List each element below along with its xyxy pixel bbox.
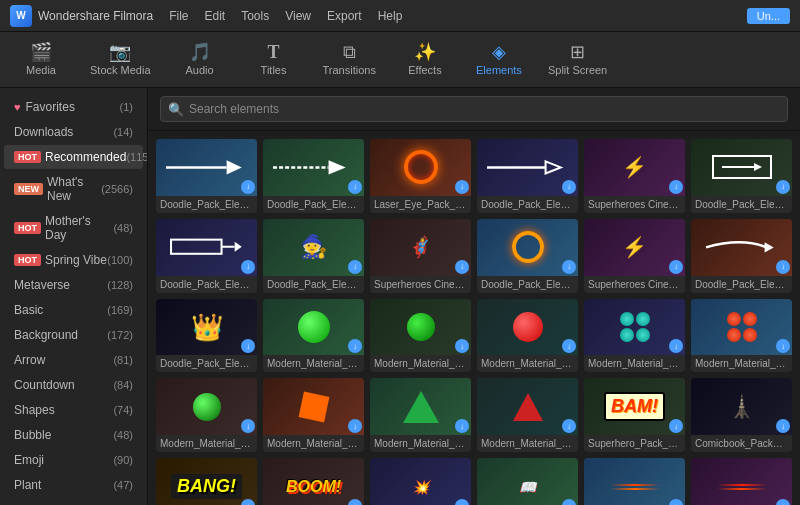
sidebar-item-plant[interactable]: Plant (47) [4,473,143,497]
plant-label: Plant [14,478,113,492]
grid-item[interactable]: ↓ Modern_Material_Pack_... [477,299,578,373]
grid-item[interactable]: ↓ Doodle_Pack_Element_2 [263,139,364,213]
audio-label: Audio [185,64,213,76]
grid-item[interactable]: ↓ Modern_Material_Pack_... [263,378,364,452]
grid-thumb: ↓ [263,299,364,356]
title-bar: W Wondershare Filmora File Edit Tools Vi… [0,0,800,32]
download-button[interactable]: ↓ [241,260,255,274]
grid-item-label: Doodle_Pack_Element_6 [263,276,364,293]
toolbar-media[interactable]: 🎬 Media [16,43,66,76]
menu-help[interactable]: Help [378,9,403,23]
grid-thumb: 🦸 ↓ [370,219,471,276]
grid-item[interactable]: ↓ Modern_Material_Pack_... [156,378,257,452]
thumb-element: 📖 [477,458,578,505]
download-button[interactable]: ↓ [455,180,469,194]
download-button[interactable]: ↓ [348,180,362,194]
grid-item[interactable]: BAM! ↓ Superhero_Pack_Eleme... [584,378,685,452]
main-area: ♥ Favorites (1) Downloads (14) HOT Recom… [0,88,800,505]
basic-label: Basic [14,303,107,317]
menu-view[interactable]: View [285,9,311,23]
elements-grid: ↓ Doodle_Pack_Element_4 ↓ Doodle_Pack_El… [156,139,792,505]
grid-item[interactable]: ↓ Doodle_Pack_Element_3 [477,139,578,213]
new-badge: NEW [14,183,43,195]
grid-item[interactable]: BOOM! ↓ Superhero_Pack_Eleme... [263,458,364,505]
download-button[interactable]: ↓ [776,260,790,274]
recommended-count: (115) [126,151,148,163]
thumb-element: 💥 [370,458,471,505]
sidebar-item-downloads[interactable]: Downloads (14) [4,120,143,144]
download-button[interactable]: ↓ [348,260,362,274]
download-button[interactable]: ↓ [562,180,576,194]
menu-bar: File Edit Tools View Export Help [169,9,402,23]
grid-item[interactable]: 👑 ↓ Doodle_Pack_Element_9 [156,299,257,373]
grid-item-label: Superheroes Cinematic ... [584,196,685,213]
sidebar-item-metaverse[interactable]: Metaverse (128) [4,273,143,297]
menu-file[interactable]: File [169,9,188,23]
sidebar-item-basic[interactable]: Basic (169) [4,298,143,322]
grid-thumb: BANG! ↓ [156,458,257,505]
grid-item[interactable]: ↓ Doodle_Pack_Element_8 [691,219,792,293]
grid-item[interactable]: ↓ Modern_Material_Pack_... [370,378,471,452]
spring-vibe-badge: HOT [14,254,41,266]
grid-item[interactable]: ⚡ ↓ Superheroes Cinematic ... [584,139,685,213]
grid-item[interactable]: ↓ Modern_Material_Pack_... [584,299,685,373]
toolbar-audio[interactable]: 🎵 Audio [175,43,225,76]
download-button[interactable]: ↓ [669,260,683,274]
toolbar-titles[interactable]: T Titles [249,43,299,76]
grid-thumb: ↓ [156,378,257,435]
grid-item[interactable]: ↓ Modern_Material_Pack_... [370,299,471,373]
download-button[interactable]: ↓ [455,260,469,274]
grid-item[interactable]: 🧙 ↓ Doodle_Pack_Element_6 [263,219,364,293]
menu-export[interactable]: Export [327,9,362,23]
toolbar-elements[interactable]: ◈ Elements [474,43,524,76]
search-input[interactable] [160,96,788,122]
grid-item[interactable]: ↓ Laser_Eye_Pack_Eleme... [584,458,685,505]
sidebar-item-whats-new[interactable]: NEW What's New (2566) [4,170,143,208]
download-button[interactable]: ↓ [562,260,576,274]
toolbar-stock-media[interactable]: 📷 Stock Media [90,43,151,76]
sidebar-item-spring-vibe[interactable]: HOT Spring Vibe (100) [4,248,143,272]
sidebar-item-bubble[interactable]: Bubble (48) [4,423,143,447]
thumb-element [584,458,685,505]
sidebar-item-text[interactable]: Text (112) [4,498,143,505]
menu-tools[interactable]: Tools [241,9,269,23]
grid-thumb: ↓ [691,139,792,196]
sidebar-item-recommended[interactable]: HOT Recommended (115) [4,145,143,169]
heart-icon: ♥ [14,101,21,113]
bubble-count: (48) [113,429,133,441]
sidebar-item-countdown[interactable]: Countdown (84) [4,373,143,397]
grid-item[interactable]: ↓ Laser_Eye_Pack_Eleme... [370,139,471,213]
downloads-count: (14) [113,126,133,138]
grid-item[interactable]: 📖 ↓ Comicbook_Pack_Eleme... [477,458,578,505]
sidebar-item-favorites[interactable]: ♥ Favorites (1) [4,95,143,119]
grid-thumb: ↓ [370,139,471,196]
download-button[interactable]: ↓ [241,180,255,194]
grid-item[interactable]: ↓ Modern_Material_Pack_... [263,299,364,373]
toolbar-effects[interactable]: ✨ Effects [400,43,450,76]
sidebar-item-arrow[interactable]: Arrow (81) [4,348,143,372]
grid-item[interactable]: ↓ Modern_Material_Pack_... [691,299,792,373]
grid-item[interactable]: ↓ Laser_Eye_Pack_Eleme... [691,458,792,505]
download-button[interactable]: ↓ [669,180,683,194]
background-label: Background [14,328,107,342]
grid-item[interactable]: ↓ Doodle_Pack_Element_5 [156,219,257,293]
grid-item[interactable]: 💥 ↓ Comicbook_Pack_Eleme... [370,458,471,505]
grid-item[interactable]: ↓ Modern_Material_Pack_... [477,378,578,452]
grid-item[interactable]: ↓ Doodle_Pack_Element_1 [691,139,792,213]
grid-item[interactable]: ↓ Doodle_Pack_Element_7 [477,219,578,293]
sidebar-item-mothers-day[interactable]: HOT Mother's Day (48) [4,209,143,247]
menu-edit[interactable]: Edit [205,9,226,23]
toolbar-split-screen[interactable]: ⊞ Split Screen [548,43,607,76]
metaverse-count: (128) [107,279,133,291]
unregistered-button[interactable]: Un... [747,8,790,24]
download-button[interactable]: ↓ [776,180,790,194]
grid-item[interactable]: BANG! ↓ Superhero_Pack_Eleme... [156,458,257,505]
sidebar-item-shapes[interactable]: Shapes (74) [4,398,143,422]
sidebar-item-background[interactable]: Background (172) [4,323,143,347]
sidebar-item-emoji[interactable]: Emoji (90) [4,448,143,472]
toolbar-transitions[interactable]: ⧉ Transitions [323,43,376,76]
grid-item[interactable]: ⚡ ↓ Superheroes Cinematic ... [584,219,685,293]
grid-item[interactable]: 🦸 ↓ Superheroes Cinematic ... [370,219,471,293]
grid-item[interactable]: 🗼 ↓ Comicbook_Pack_Eleme... [691,378,792,452]
grid-item[interactable]: ↓ Doodle_Pack_Element_4 [156,139,257,213]
